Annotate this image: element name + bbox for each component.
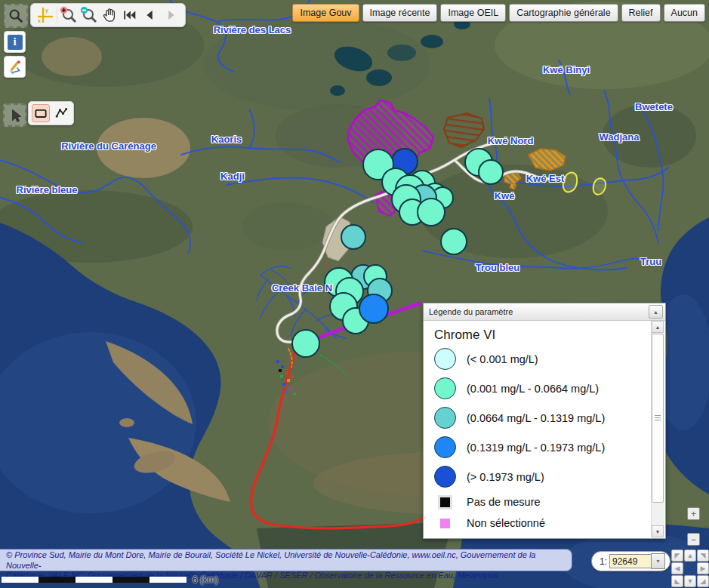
basemap-aucun-button[interactable]: Aucun: [664, 4, 705, 22]
svg-text:x: x: [38, 17, 41, 24]
first-extent-icon: [122, 7, 138, 23]
select-cursor-button[interactable]: [3, 103, 26, 127]
zoom-out-tool-button[interactable]: [80, 6, 98, 24]
attribution-bar: © Province Sud, Mairie du Mont Dore, Mai…: [0, 549, 572, 571]
legend-body: Chrome VI (< 0.001 mg/L) (0.001 mg/L - 0…: [424, 321, 652, 538]
legend-panel: Légende du paramètre ▲ Chrome VI (< 0.00…: [423, 303, 666, 539]
info-icon: i: [8, 35, 23, 50]
previous-extent-icon: [142, 7, 159, 23]
scalebar-label: 6 (km): [193, 574, 218, 585]
pan-west-button[interactable]: ◀: [671, 562, 683, 574]
info-button[interactable]: i: [4, 31, 26, 53]
drawing-tools-button[interactable]: [4, 56, 26, 78]
legend-item: Pas de mesure: [424, 491, 652, 513]
legend-swatch-circle: [434, 348, 456, 370]
pan-northeast-button[interactable]: ◥: [697, 550, 709, 562]
scrollbar-down-button[interactable]: ▼: [652, 525, 664, 537]
legend-item-label: (< 0.001 mg/L): [467, 353, 538, 365]
zoom-in-tool-button[interactable]: [60, 6, 78, 24]
pan-nw-icon: ◤: [675, 552, 680, 559]
legend-item: (< 0.001 mg/L): [424, 344, 652, 374]
history-first-button[interactable]: [121, 6, 139, 24]
minus-icon: −: [691, 535, 696, 544]
legend-swatch-circle: [434, 407, 456, 429]
legend-swatch-circle: [434, 466, 456, 488]
pan-arrow-grid: ◤ ▲ ◥ ◀ ▶ ◣ ▼ ◢: [671, 550, 709, 587]
basemap-image-oeil-button[interactable]: Image OEIL: [440, 4, 506, 22]
pan-hand-icon: [100, 6, 119, 24]
pan-ne-icon: ◥: [701, 552, 706, 559]
legend-item: (> 0.1973 mg/L): [424, 462, 652, 491]
toolbar-separator: [57, 8, 57, 23]
pan-w-icon: ◀: [675, 565, 680, 572]
selection-toolbar: [28, 101, 74, 125]
xy-crosshair-icon: y x: [36, 6, 54, 24]
basemap-relief-button[interactable]: Relief: [621, 4, 661, 22]
legend-item-label: (0.1319 mg/L - 0.1973 mg/L): [467, 442, 605, 454]
attribution-line1: © Province Sud, Mairie du Mont Dore, Mai…: [6, 550, 566, 571]
station-marker[interactable]: [359, 294, 388, 323]
scale-control: 1: ▼: [591, 551, 670, 571]
station-marker[interactable]: [418, 199, 445, 226]
zoom-in-icon: [60, 6, 78, 24]
legend-item-label: (> 0.1973 mg/L): [467, 471, 544, 483]
station-marker[interactable]: [441, 229, 467, 254]
scrollbar-up-button[interactable]: ▲: [652, 321, 664, 333]
magnifier-stamp-button[interactable]: [4, 4, 28, 28]
basemap-image-recente-button[interactable]: Image récente: [362, 4, 438, 22]
pan-south-button[interactable]: ▼: [684, 575, 696, 587]
polygon-select-tool[interactable]: [52, 104, 70, 122]
polygon-select-icon: [54, 106, 69, 121]
legend-swatch-circle: [434, 436, 456, 458]
pan-e-icon: ▶: [701, 565, 706, 572]
legend-item-label: Pas de mesure: [467, 496, 541, 508]
pan-southwest-button[interactable]: ◣: [671, 575, 683, 587]
map-scalebar: 6 (km): [2, 574, 218, 585]
scroll-down-icon: ▼: [655, 529, 661, 534]
pan-n-icon: ▲: [687, 552, 694, 559]
pan-tool-button[interactable]: [100, 6, 119, 24]
station-marker[interactable]: [479, 160, 503, 184]
svg-text:y: y: [45, 7, 48, 14]
rectangle-select-icon: [33, 106, 48, 121]
legend-item-label: Non sélectionné: [467, 517, 545, 529]
map-application: Rivière des LacsKwé BinyiBweteteWadjanaK…: [0, 0, 709, 588]
legend-collapse-button[interactable]: ▲: [649, 305, 663, 319]
legend-item: Non sélectionné: [424, 513, 652, 534]
basemap-switcher: Image Gouv Image récente Image OEIL Cart…: [292, 4, 705, 22]
legend-item-label: (0.0664 mg/L - 0.1319 mg/L): [467, 412, 605, 424]
collapse-icon: ▲: [653, 309, 658, 315]
zoom-out-button[interactable]: −: [687, 533, 700, 546]
basemap-cartographie-button[interactable]: Cartographie générale: [509, 4, 618, 22]
dropdown-icon: ▼: [655, 559, 661, 564]
pan-sw-icon: ◣: [675, 577, 680, 585]
legend-scrollbar[interactable]: ▲ ▼: [651, 321, 664, 537]
pan-s-icon: ▼: [687, 577, 694, 585]
legend-item: (0.001 mg/L - 0.0664 mg/L): [424, 374, 652, 403]
scroll-up-icon: ▲: [655, 325, 661, 330]
legend-title-bar[interactable]: Légende du paramètre ▲: [424, 303, 665, 321]
legend-title-text: Légende du paramètre: [429, 307, 649, 316]
history-back-button[interactable]: [141, 6, 159, 24]
station-marker[interactable]: [341, 225, 365, 249]
history-forward-button[interactable]: [162, 6, 180, 24]
pan-north-button[interactable]: ▲: [684, 550, 696, 562]
scale-input[interactable]: [609, 554, 651, 568]
coordinates-tool-button[interactable]: y x: [36, 6, 54, 24]
rectangle-select-tool[interactable]: [32, 104, 50, 122]
plus-icon: +: [691, 509, 696, 519]
pan-east-button[interactable]: ▶: [697, 562, 709, 574]
scrollbar-thumb[interactable]: [652, 334, 664, 503]
pan-se-icon: ◢: [701, 577, 706, 585]
legend-item: (0.0664 mg/L - 0.1319 mg/L): [424, 403, 652, 433]
zoom-in-button[interactable]: +: [687, 507, 700, 520]
pan-northwest-button[interactable]: ◤: [671, 550, 683, 562]
pencil-draw-icon: [6, 58, 23, 75]
pan-southeast-button[interactable]: ◢: [697, 575, 709, 587]
station-marker[interactable]: [292, 330, 319, 357]
navigation-toolbar: y x: [30, 3, 186, 27]
basemap-image-gouv-button[interactable]: Image Gouv: [292, 4, 359, 22]
legend-swatch-square: [440, 519, 450, 528]
scale-dropdown-button[interactable]: ▼: [651, 553, 665, 569]
scale-prefix: 1:: [600, 556, 607, 567]
